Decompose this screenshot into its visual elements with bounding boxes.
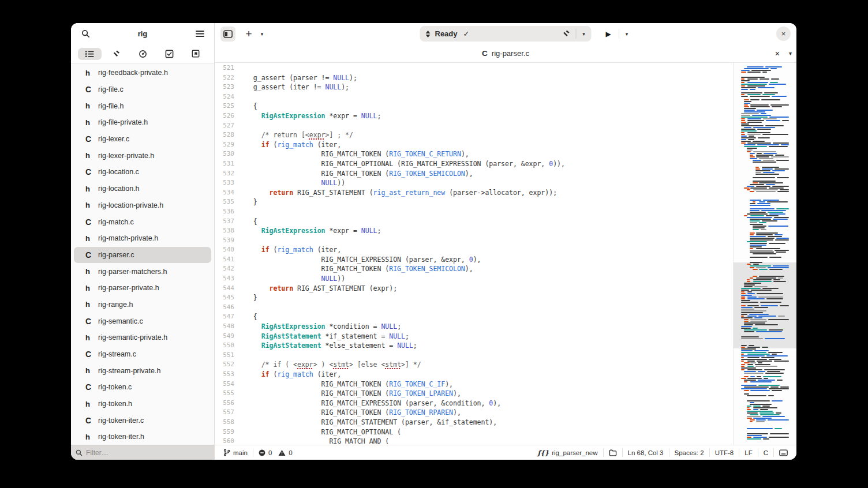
sidebar-tab-bookmarks[interactable] — [184, 47, 207, 60]
file-item[interactable]: hrig-location.h — [74, 181, 211, 197]
line-number: 552 — [215, 360, 234, 370]
code-line: 529 if (rig_match (iter, — [215, 140, 733, 150]
c-file-icon: C — [85, 217, 98, 227]
code-text — [234, 236, 245, 246]
code-editor[interactable]: 521522 g_assert (parser != NULL);523 g_a… — [215, 63, 733, 445]
file-item[interactable]: hrig-location-private.h — [74, 197, 211, 214]
code-text — [234, 121, 245, 131]
keyboard-button[interactable] — [774, 445, 793, 460]
code-line: 541 RIG_MATCH_EXPRESSION (parser, &expr,… — [215, 255, 733, 265]
line-number: 556 — [215, 399, 234, 408]
code-text: return RIG_AST_STATEMENT (rig_ast_return… — [234, 188, 557, 198]
code-line: 532 RIG_MATCH_TOKEN (RIG_TOKEN_SEMICOLON… — [215, 169, 733, 179]
c-file-icon: C — [85, 416, 98, 425]
file-item[interactable]: hrig-token.h — [74, 396, 211, 412]
line-number: 532 — [215, 169, 234, 179]
file-item[interactable]: hrig-stream-private.h — [74, 362, 211, 379]
file-item[interactable]: hrig-match-private.h — [74, 230, 211, 247]
filter-input[interactable] — [86, 449, 190, 457]
tab-list-button[interactable]: ▾ — [789, 50, 792, 57]
line-number: 546 — [215, 303, 234, 313]
divider — [619, 29, 619, 39]
code-line: 551 — [215, 351, 733, 361]
run-button[interactable]: ▶ — [601, 27, 616, 42]
file-item[interactable]: Crig-parser.c — [74, 247, 211, 264]
file-item[interactable]: hrig-token-iter.h — [74, 429, 211, 445]
code-text: RIG_MATCH_TOKEN (RIG_TOKEN_SEMICOLON), — [234, 264, 473, 274]
file-item[interactable]: Crig-lexer.c — [74, 131, 211, 148]
code-text: RIG_MATCH_TOKEN (RIG_TOKEN_C_RETURN), — [234, 149, 469, 159]
error-count-button[interactable]: 0 — [253, 445, 277, 460]
build-menu-button[interactable]: ▾ — [579, 27, 589, 42]
code-text: } — [234, 293, 257, 303]
menu-button[interactable] — [192, 27, 207, 42]
sidebar-tab-todo[interactable] — [158, 47, 181, 61]
file-name: rig-file-private.h — [98, 118, 148, 126]
code-text: RIG_MATCH_OPTIONAL ( — [234, 427, 401, 437]
file-item[interactable]: hrig-file-private.h — [74, 114, 211, 131]
sidebar-tab-project-tree[interactable] — [78, 48, 102, 60]
current-function-button[interactable]: ƒ{} rig_parser_new — [532, 445, 603, 460]
code-line: 534 return RIG_AST_STATEMENT (rig_ast_re… — [215, 188, 733, 198]
sidebar-header: rig — [71, 23, 214, 44]
sidebar-tab-pipeline[interactable] — [131, 47, 155, 61]
file-name: rig-location.h — [98, 185, 140, 193]
language-label: C — [764, 449, 768, 456]
file-item[interactable]: Crig-match.c — [74, 213, 211, 230]
cursor-position-button[interactable]: Ln 68, Col 3 — [623, 445, 669, 460]
search-button[interactable] — [78, 27, 93, 42]
file-item[interactable]: Crig-token-iter.c — [74, 412, 211, 429]
build-status-button[interactable]: Ready ✓ ▾ — [420, 26, 592, 42]
file-item[interactable]: Crig-location.c — [74, 164, 211, 181]
minimap[interactable] — [733, 63, 796, 445]
header-bar: + ▾ Ready ✓ ▾ — [215, 23, 796, 44]
sidebar-tab-build-targets[interactable] — [104, 47, 128, 61]
code-line: 560 RIG_MATCH_AND ( — [215, 437, 733, 445]
line-number: 559 — [215, 427, 234, 437]
build-button[interactable] — [559, 27, 574, 42]
file-item[interactable]: Crig-stream.c — [74, 346, 211, 363]
chevron-down-icon: ▾ — [789, 50, 792, 57]
indentation-button[interactable]: Spaces: 2 — [669, 445, 709, 460]
line-ending-label: LF — [744, 449, 752, 456]
language-button[interactable]: C — [758, 445, 773, 460]
file-item[interactable]: hrig-feedback-private.h — [74, 65, 211, 81]
tab-rig-parser[interactable]: C rig-parser.c — [482, 49, 529, 58]
toggle-sidebar-button[interactable] — [220, 27, 235, 42]
file-item[interactable]: Crig-file.c — [74, 81, 211, 98]
folder-icon — [609, 449, 617, 456]
code-text: RIG_MATCH_TOKEN (RIG_TOKEN_C_IF), — [234, 380, 453, 389]
new-page-button[interactable]: + — [241, 27, 256, 42]
line-number: 535 — [215, 197, 234, 207]
code-line: 542 RIG_MATCH_TOKEN (RIG_TOKEN_SEMICOLON… — [215, 264, 733, 274]
file-item[interactable]: hrig-parser-private.h — [74, 280, 211, 296]
code-line: 536 — [215, 207, 733, 217]
project-title: rig — [93, 29, 192, 38]
line-ending-button[interactable]: LF — [739, 445, 757, 460]
window-close-button[interactable]: × — [776, 27, 791, 41]
file-item[interactable]: hrig-lexer-private.h — [74, 147, 211, 164]
warning-count-button[interactable]: 0 — [277, 445, 297, 460]
header-file-icon: h — [85, 333, 98, 342]
run-menu-button[interactable]: ▾ — [622, 27, 631, 42]
file-item[interactable]: Crig-semantic.c — [74, 313, 211, 329]
file-item[interactable]: hrig-parser-matchers.h — [74, 263, 211, 280]
file-item[interactable]: hrig-range.h — [74, 296, 211, 313]
c-file-icon: C — [85, 85, 98, 94]
code-line: 533 NULL)) — [215, 178, 733, 188]
code-text: RIG_MATCH_TOKEN (RIG_TOKEN_RPAREN), — [234, 408, 461, 418]
code-line: 526 RigAstExpression *expr = NULL; — [215, 111, 733, 121]
file-item[interactable]: hrig-file.h — [74, 97, 211, 114]
file-name: rig-feedback-private.h — [98, 69, 168, 77]
open-folder-button[interactable] — [604, 445, 622, 460]
c-file-icon: C — [85, 350, 98, 359]
new-page-menu-button[interactable]: ▾ — [257, 27, 267, 42]
tab-close-button[interactable]: × — [775, 49, 780, 58]
file-item[interactable]: Crig-token.c — [74, 379, 211, 396]
git-branch-button[interactable]: main — [218, 445, 253, 460]
encoding-button[interactable]: UTF-8 — [710, 445, 739, 460]
code-line: 535 } — [215, 197, 733, 207]
file-item[interactable]: hrig-semantic-private.h — [74, 329, 211, 346]
file-name: rig-match.c — [98, 218, 134, 226]
code-line: 539 — [215, 236, 733, 246]
